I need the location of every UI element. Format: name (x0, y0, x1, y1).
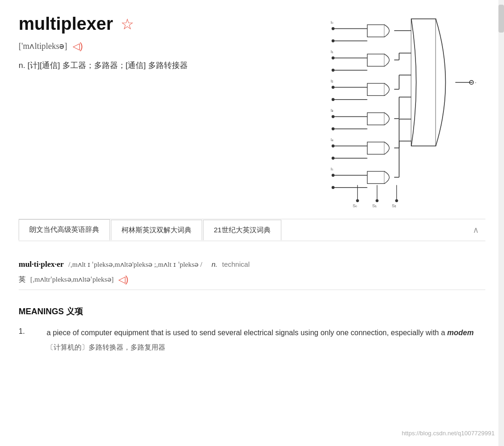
svg-text:I₂: I₂ (331, 78, 334, 83)
svg-point-23 (332, 186, 334, 189)
tab-century21[interactable]: 21世纪大英汉词典 (203, 220, 281, 240)
scrollbar-thumb[interactable] (498, 5, 504, 33)
meanings-section: MEANINGS 义项 1. a piece of computer equip… (19, 301, 485, 365)
svg-point-53 (356, 199, 359, 202)
svg-text:I₄: I₄ (331, 137, 334, 142)
entry-uk-row: 英 [ˌmʌltrˈpleksə,mʌltəˈpleksə] ◁) (19, 274, 485, 285)
word-title: multiplexer (19, 14, 113, 34)
svg-text:·: · (475, 79, 477, 86)
entry-uk-phonetic: [ˌmʌltrˈpleksə,mʌltəˈpleksə] (30, 275, 114, 284)
svg-point-10 (332, 86, 334, 88)
svg-point-54 (375, 199, 378, 202)
svg-text:I₃: I₃ (331, 108, 334, 113)
watermark: https://blog.csdn.net/q1007729991 (402, 430, 495, 437)
svg-point-22 (332, 174, 334, 176)
word-title-row: multiplexer ☆ (19, 14, 298, 34)
definition-cn: n. [计][通信] 多工器；多路器；[通信] 多路转接器 (19, 59, 298, 72)
svg-rect-29 (368, 171, 385, 183)
meaning-content-1: a piece of computer equipment that is us… (47, 326, 485, 353)
entry-uk-label: 英 (19, 275, 26, 284)
tab-collins[interactable]: 柯林斯英汉双解大词典 (111, 220, 202, 240)
meaning-item-1: 1. a piece of computer equipment that is… (19, 326, 485, 353)
meaning-cn-1: 〔计算机的〕多路转换器，多路复用器 (47, 342, 485, 353)
meanings-title: MEANINGS 义项 (19, 306, 485, 317)
speaker-icon[interactable]: ◁) (73, 41, 83, 52)
entry-speaker-icon[interactable]: ◁) (118, 274, 129, 285)
top-section: multiplexer ☆ ['mʌltipleksə] ◁) n. [计][通… (19, 14, 485, 209)
svg-point-3 (332, 40, 334, 42)
entry-label: technical (222, 260, 250, 268)
phonetic-us: ['mʌltipleksə] (19, 41, 67, 51)
svg-rect-27 (368, 113, 385, 125)
svg-point-19 (332, 157, 334, 160)
entry-phonetics-us: /ˌmʌlt ɪ ˈpleksə,mʌltə'pleksə ;ˌmʌlt ɪ ˈ… (68, 260, 202, 269)
svg-text:S₀: S₀ (353, 203, 357, 208)
svg-text:I₅: I₅ (331, 166, 334, 171)
svg-rect-24 (368, 25, 385, 37)
star-icon[interactable]: ☆ (121, 15, 134, 33)
svg-text:S₂: S₂ (392, 203, 396, 208)
svg-point-11 (332, 98, 334, 101)
svg-point-2 (332, 27, 334, 30)
entry-word-parts: mul·ti·plex·er (19, 260, 64, 269)
tabs-chevron-icon[interactable]: ∧ (466, 221, 485, 239)
svg-text:I₁: I₁ (331, 49, 334, 54)
circuit-diagram: · I₀ I₁ I₂ I₃ I₄ I₅ S₀ S₁ S₂ (327, 14, 476, 209)
svg-point-15 (332, 128, 334, 130)
entry-main-row: mul·ti·plex·er /ˌmʌlt ɪ ˈpleksə,mʌltə'pl… (19, 260, 485, 269)
dictionary-tabs-section: 朗文当代高级英语辞典 柯林斯英汉双解大词典 21世纪大英汉词典 ∧ (19, 219, 485, 241)
svg-rect-26 (368, 83, 385, 95)
meaning-number-1: 1. (19, 326, 33, 353)
svg-point-7 (332, 69, 334, 72)
svg-rect-25 (368, 54, 385, 66)
entry-section: mul·ti·plex·er /ˌmʌlt ɪ ˈpleksə,mʌltə'pl… (19, 250, 485, 290)
word-info: multiplexer ☆ ['mʌltipleksə] ◁) n. [计][通… (19, 14, 298, 72)
pronunciation-row: ['mʌltipleksə] ◁) (19, 41, 298, 52)
svg-point-6 (332, 56, 334, 59)
meaning-bold-word: modem (447, 329, 474, 337)
meaning-en-1: a piece of computer equipment that is us… (47, 326, 485, 339)
scrollbar[interactable] (498, 0, 504, 446)
svg-text:S₁: S₁ (372, 203, 377, 208)
tabs-row: 朗文当代高级英语辞典 柯林斯英汉双解大词典 21世纪大英汉词典 ∧ (19, 219, 485, 241)
entry-pos: n. (211, 260, 218, 268)
svg-rect-28 (368, 142, 385, 154)
svg-text:I₀: I₀ (331, 20, 334, 25)
svg-point-55 (395, 199, 398, 202)
tab-longman[interactable]: 朗文当代高级英语辞典 (19, 219, 110, 241)
svg-point-18 (332, 144, 334, 147)
svg-point-14 (332, 115, 334, 118)
